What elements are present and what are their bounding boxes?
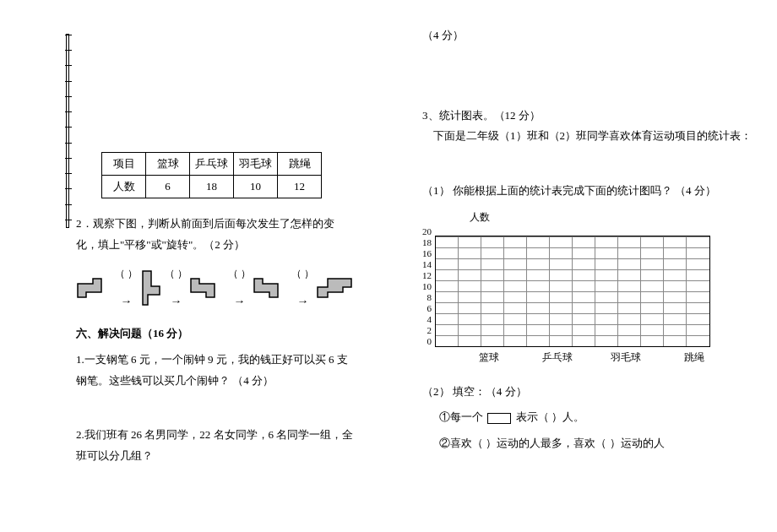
- ytick-8: 8: [422, 292, 432, 303]
- gap-4: （ ） →: [291, 267, 314, 308]
- arrow-icon: →: [234, 283, 246, 308]
- x-axis: 篮球 乒乓球 羽毛球 跳绳: [454, 350, 752, 365]
- arrow-icon: →: [121, 283, 133, 308]
- top-marks: （4 分）: [422, 25, 752, 46]
- paren-4: （ ）: [291, 267, 314, 281]
- shapes-row: （ ） → （ ） → （ ） → （ ） →: [76, 267, 355, 308]
- ytick-6: 6: [422, 303, 432, 314]
- shape-3: [189, 275, 226, 301]
- th-c4: 跳绳: [278, 153, 322, 176]
- right-column: （4 分） 3、统计图表。（12 分） 下面是二年级（1）班和（2）班同学喜欢体…: [388, 0, 777, 532]
- q6-1: 1.一支钢笔 6 元，一个闹钟 9 元，我的钱正好可以买 6 支钢笔。这些钱可以…: [76, 350, 355, 391]
- fill-line-2: ②喜欢（ ）运动的人最多，喜欢（ ）运动的人: [439, 433, 752, 454]
- td-v1: 6: [146, 176, 190, 198]
- ytick-10: 10: [422, 281, 432, 292]
- xtick-1: 篮球: [454, 350, 523, 365]
- paren-3: （ ）: [228, 267, 251, 281]
- paren-1: （ ）: [115, 267, 138, 281]
- ytick-0: 0: [422, 336, 432, 347]
- box-icon: [487, 413, 511, 424]
- xtick-4: 跳绳: [660, 350, 728, 365]
- xtick-2: 乒乓球: [523, 350, 591, 365]
- ytick-4: 4: [422, 314, 432, 325]
- q2-prompt: 2．观察下图，判断从前面到后面每次发生了怎样的变化，填上"平移"或"旋转"。（2…: [76, 214, 355, 255]
- ytick-18: 18: [422, 237, 432, 248]
- fill-block: （2） 填空：（4 分） ①每一个 表示（ ）人。 ②喜欢（ ）运动的人最多，喜…: [422, 382, 752, 454]
- shape-2: [139, 269, 163, 307]
- gap-3: （ ） →: [228, 267, 251, 308]
- q3-desc: 下面是二年级（1）班和（2）班同学喜欢体育运动项目的统计表：: [422, 126, 752, 147]
- th-c2: 乒乓球: [190, 153, 234, 176]
- th-item: 项目: [102, 153, 146, 176]
- section-6-title: 六、解决问题（16 分）: [76, 323, 355, 345]
- left-column: 项目 篮球 乒乓球 羽毛球 跳绳 人数 6 18 10 12 2．观察下图，判断…: [0, 0, 388, 532]
- th-count: 人数: [102, 176, 146, 198]
- ytick-20: 20: [422, 226, 432, 237]
- shape-1: [76, 275, 113, 301]
- fill1-a: ①每一个: [439, 410, 483, 423]
- gap-1: （ ） →: [115, 267, 138, 308]
- gap-2: （ ） →: [165, 267, 187, 308]
- ytick-12: 12: [422, 270, 432, 281]
- q3-header: 3、统计图表。（12 分）: [422, 106, 752, 127]
- chart-ylabel: 人数: [470, 210, 752, 225]
- arrow-icon: →: [297, 283, 309, 308]
- th-c1: 篮球: [146, 153, 190, 176]
- y-axis: 0 2 4 6 8 10 12 14 16 18 20: [422, 226, 435, 347]
- chart-block: 人数 0 2 4 6 8 10 12 14 16 18 20 篮球 乒乓球 羽毛…: [422, 210, 752, 365]
- ytick-2: 2: [422, 325, 432, 336]
- td-v2: 18: [190, 176, 234, 198]
- fill1-b: 表示（ ）人。: [516, 410, 584, 423]
- ruler-graphic: [66, 34, 69, 228]
- q3-2: （2） 填空：（4 分）: [422, 382, 752, 403]
- xtick-3: 羽毛球: [591, 350, 660, 365]
- shape-4: [253, 275, 290, 301]
- stats-table: 项目 篮球 乒乓球 羽毛球 跳绳 人数 6 18 10 12: [101, 152, 322, 198]
- q3-1: （1） 你能根据上面的统计表完成下面的统计图吗？ （4 分）: [422, 181, 752, 202]
- td-v4: 12: [278, 176, 322, 198]
- th-c3: 羽毛球: [234, 153, 278, 176]
- ytick-16: 16: [422, 248, 432, 259]
- chart-area: 0 2 4 6 8 10 12 14 16 18 20: [422, 226, 752, 347]
- q6-2: 2.我们班有 26 名男同学，22 名女同学，6 名同学一组，全班可以分几组？: [76, 425, 355, 466]
- arrow-icon: →: [171, 283, 182, 308]
- fill-line-1: ①每一个 表示（ ）人。: [439, 407, 752, 428]
- paren-2: （ ）: [165, 267, 187, 281]
- td-v3: 10: [234, 176, 278, 198]
- shape-5: [316, 275, 353, 301]
- ytick-14: 14: [422, 259, 432, 270]
- chart-grid: [435, 236, 710, 347]
